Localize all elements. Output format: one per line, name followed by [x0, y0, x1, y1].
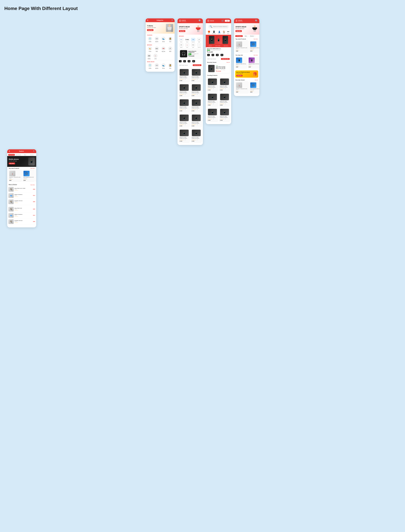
mans-specks[interactable]: 👓 Specks — [155, 63, 159, 69]
hamburger-icon-2[interactable]: ☰ — [179, 20, 181, 22]
hamburger-icon-4[interactable]: ☰ — [236, 20, 237, 22]
brand-samsung[interactable]: SAM Ray ban — [191, 38, 196, 42]
kitchen-item-1[interactable]: 🍳 Stove, Black color 4 sided Kitchen ★★★… — [8, 186, 35, 193]
svg-rect-15 — [256, 27, 257, 29]
brand-rayban[interactable]: RB Ray ban — [162, 47, 165, 52]
nav-electronics[interactable]: 📱 Electronics — [212, 31, 216, 34]
cat-specks[interactable]: 👓 Specks — [155, 37, 159, 42]
trending-card[interactable]: 📱 Iphone 6S, 32GB (Golden and Silver) ★★… — [219, 108, 230, 122]
product-name: Iphone 6S, 32GB (Golden and Silver) — [192, 106, 201, 109]
product-name-t4: Iphone 6S, 32GB (Golden and Silver) — [220, 101, 229, 103]
kitchen-item-2[interactable]: 🥣 Kitchen Containers Kitchen ★★★★★ $112 — [8, 193, 35, 199]
tab-womens[interactable]: Womens — [28, 154, 35, 156]
cart-icon[interactable]: 🛒 — [221, 20, 224, 22]
trending-card[interactable]: 📱 Iphone 6S, 32GB (Golden and Silver) ★★… — [207, 78, 218, 92]
product-card[interactable]: 📱 Iphone 6S, 32GB (Golden and Silver) ★★… — [179, 98, 190, 112]
rv-product-1[interactable]: 🌡️ Vigo Atom + Personal Air condi... Kit… — [235, 81, 249, 93]
sports-wear-btn[interactable]: Buy Now — [179, 30, 185, 32]
search-icon[interactable]: 🔍 — [172, 20, 173, 21]
nav-offers[interactable]: 🎁 Offers — [208, 31, 210, 34]
specks-icon: 👓 — [155, 37, 159, 41]
view-all-rv[interactable]: View All — [226, 62, 230, 63]
brand-adidas[interactable]: ADI Adidas — [147, 54, 151, 59]
rv-name-1: Vigo Atom + Personal Air condi... — [236, 88, 248, 89]
product-card[interactable]: 📱 Iphone 6S, 32GB (Golden and Silver) ★★… — [179, 113, 190, 128]
phone4-banner-btn[interactable]: Buy Now — [236, 30, 242, 32]
search-icon-4[interactable]: 🔍 — [255, 20, 258, 22]
nav-fashion[interactable]: 👗 Fashion — [218, 31, 221, 34]
cat-cloths[interactable]: 👕 Cloths — [148, 37, 152, 42]
explore-view-more[interactable]: View More — [30, 168, 35, 169]
brand-dg-2[interactable]: D&G D&G — [191, 43, 196, 48]
brand-levis-2[interactable]: L Levis — [185, 43, 190, 48]
recently-viewed-card[interactable]: 📱 Apple Apple iPhone XS Max (Space Grey,… — [207, 64, 230, 73]
hours-label: Hours — [184, 62, 186, 63]
explore-h-1[interactable]: 🌡️ Vigo Atom + Personal Air condi... Kit… — [8, 170, 22, 182]
mobile-banner-btn[interactable]: Buy Now — [9, 162, 15, 164]
kitchen-item-6[interactable]: 🍳 Prestiges and more Kitchen ★★★★★ $288 — [8, 219, 35, 225]
view-more-like[interactable]: View More — [253, 55, 258, 56]
filter-womens[interactable]: Womens — [249, 35, 255, 37]
product-card[interactable]: 📱 Iphone 6S, 32GB (Golden and Silver) ★★… — [191, 113, 202, 128]
claim-btn[interactable]: Claim this offer — [193, 64, 201, 66]
brand-levis[interactable]: L Levis — [154, 54, 157, 59]
product-card[interactable]: 📱 Iphone 6S, 32GB (Golden and Silver) ★★… — [191, 83, 202, 97]
trending-title: Trending Products — [207, 75, 217, 76]
explore-h-3[interactable]: 🔊 Vigo sona... Kit... ★★★★★ — [35, 170, 36, 182]
h-like-2[interactable]: 📱 Samsung Galaxy 8 6 GB ram Phones ★★★★★… — [248, 57, 259, 68]
product-card[interactable]: 📱 Iphone 6S, 32GB (Golden and Silver) ★★… — [179, 68, 190, 82]
product-card[interactable]: 📱 Iphone 6S, 32GB (Golden and Silver) ★★… — [191, 129, 202, 143]
brand-puma-2[interactable]: PUMA Puma — [185, 38, 190, 42]
tab-mens[interactable]: Mens — [22, 154, 28, 156]
nav-home[interactable]: 🏠 Home — [223, 31, 225, 34]
claim-btn-3[interactable]: Claim this offer — [221, 58, 230, 60]
kitchen-item-3[interactable]: 🍳 Prestiges and more Kitchen ★★★★★ $288 — [8, 199, 35, 205]
brand-nike[interactable]: ✓ NIKE — [168, 47, 172, 52]
filter-mens[interactable]: Mens — [243, 35, 248, 37]
trending-card[interactable]: 📱 Iphone 6S, 32GB (Golden and Silver) ★★… — [219, 93, 230, 107]
trending-card[interactable]: 📱 Iphone 6S, 32GB (Golden and Silver) ★★… — [219, 78, 230, 92]
brand-nike-2[interactable]: ✓ NIKE — [197, 38, 202, 42]
view-more-top[interactable]: View More — [253, 39, 258, 40]
product-card[interactable]: 📱 Iphone 6S, 32GB (Golden and Silver) ★★… — [191, 98, 202, 112]
search-icon-2[interactable]: 🔍 — [198, 20, 201, 22]
cat-suits[interactable]: 🤵 Suits — [168, 37, 172, 42]
tab-most-popular[interactable]: Most Popular — [15, 154, 22, 156]
mans-shoes[interactable]: 👟 Shoes — [162, 63, 165, 69]
trending-card[interactable]: 📱 Iphone 6S, 32GB (Golden and Silver) ★★… — [207, 108, 218, 122]
brand-vivo[interactable]: vivo Puma — [179, 38, 184, 42]
product-card[interactable]: 📱 Iphone 6S, 32GB (Golden and Silver) ★★… — [179, 83, 190, 97]
brand-dg[interactable]: D&G D&G — [155, 47, 159, 52]
view-all-4[interactable]: View All — [255, 80, 258, 80]
mans-suits[interactable]: 🤵 Suits — [168, 63, 172, 69]
search-input[interactable] — [213, 26, 227, 27]
kitchen-item-4[interactable]: 🍳 Stove, Black color Kitchen ★★★★★ $288 — [8, 206, 35, 212]
kitchen-view-more[interactable]: View More — [30, 184, 35, 185]
product-card[interactable]: 📱 Iphone 6S, 32GB (Golden and Silver) ★★… — [179, 129, 190, 143]
brand-puma[interactable]: 🐆 Puma — [148, 47, 152, 52]
hamburger-icon-e[interactable]: ☰ — [9, 151, 10, 152]
view-all-brand[interactable]: ··· View All — [197, 43, 202, 48]
hamburger-icon-3[interactable]: ☰ — [207, 20, 209, 22]
hamburger-icon[interactable]: ☰ — [147, 20, 148, 21]
h-product-2[interactable]: 🎧 Bosh Headphones blue color Headphones … — [249, 40, 259, 53]
product-card[interactable]: 📱 Iphone 6S, 32GB (Golden and Silver) ★★… — [191, 68, 202, 82]
tab-new-arrivals[interactable]: New Arrivals — [8, 154, 15, 156]
explore-h-2[interactable]: 🎧 Bosh Headphones blue color Headphones … — [23, 170, 35, 182]
h-like-1[interactable]: 📱 Samsung on Mask 2GB ram Phones ★★★★★ $… — [235, 57, 247, 68]
login-btn[interactable]: Login — [225, 20, 230, 22]
rv-product-2[interactable]: 🎧 Bosh Headphones blue color Headphones … — [249, 81, 259, 93]
banner-buy-btn[interactable]: Buy Now — [147, 29, 154, 31]
search-icon-e[interactable]: 🔍 — [33, 151, 35, 152]
cat-shoes[interactable]: 👟 Shoes — [162, 37, 165, 42]
trending-card[interactable]: 📱 Iphone 6S, 32GB (Golden and Silver) ★★… — [207, 93, 218, 107]
kitchen-item-5[interactable]: 🥣 Kitchen Containers Kitchen ★★★★★ $112 — [8, 212, 35, 219]
timer-hours: 8 Hours — [183, 60, 186, 63]
h-like-sub-2: Phones — [249, 65, 259, 65]
h-product-1[interactable]: 🌡️ Vigo Atom + Personal Air condi... Kit… — [235, 40, 249, 53]
filter-all[interactable]: All Category — [235, 35, 243, 37]
nav-more[interactable]: ••• More — [227, 31, 229, 34]
brand-adidas-2[interactable]: ADI Adidas — [179, 43, 184, 48]
shop-now-btn[interactable]: Shop Now — [236, 75, 243, 76]
mans-cloths[interactable]: 👕 Cloths — [148, 63, 152, 69]
